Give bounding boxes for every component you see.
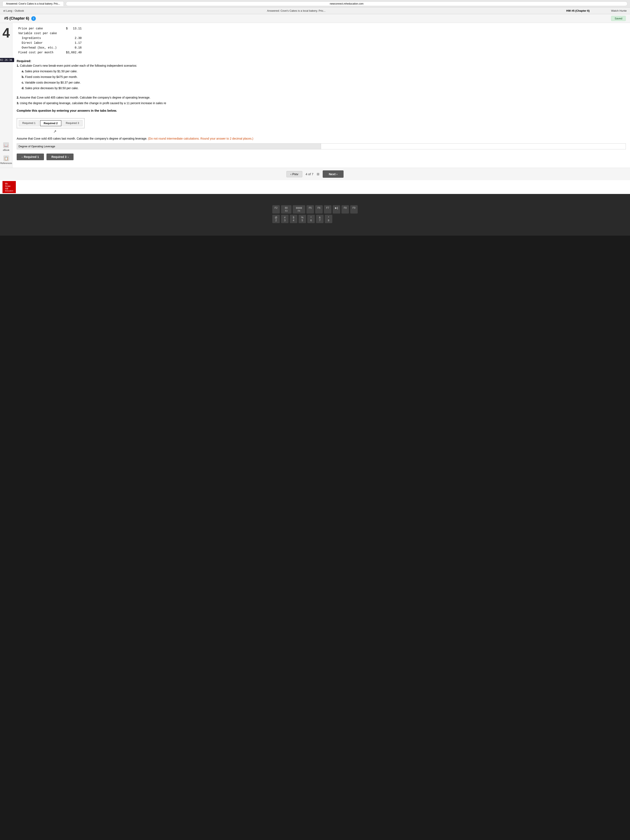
table-row: Ingredients 2.30 (17, 36, 83, 41)
required-item-2: 2. Assume that Cove sold 405 cakes last … (17, 95, 626, 100)
question-note: (Do not round intermediate calculations.… (148, 137, 253, 140)
next-label: Next (329, 172, 336, 176)
tab-required-3[interactable]: Required 3 (62, 120, 83, 126)
key-f3[interactable]: 80F3 (281, 205, 292, 213)
degree-of-operating-leverage-input[interactable] (323, 144, 624, 148)
references-icon: 📋 (3, 155, 9, 161)
nav-left: el Lang - Outlook (0, 8, 38, 13)
input-label: Degree of Operating Leverage (17, 144, 321, 149)
complete-instruction: Complete this question by entering your … (17, 109, 626, 112)
ebook-label: eBook (3, 149, 9, 151)
key-8[interactable]: *8 (325, 215, 332, 223)
info-icon[interactable]: i (31, 16, 36, 21)
required-item-1: 1. Calculate Cove's new break-even point… (17, 63, 626, 68)
sidebar-item-ebook[interactable]: 📖 eBook (3, 142, 9, 151)
browser-url: newconnect.mheducation.com (66, 2, 628, 6)
page-title: #5 (Chapter 6) (4, 16, 29, 21)
required-heading: Required: (17, 59, 626, 63)
browser-bar: Answered: Cove's Cakes is a local bakery… (0, 0, 630, 8)
key-7[interactable]: &7 (316, 215, 324, 223)
tabs-container: Required 1 Required 2 Required 3 (17, 118, 85, 128)
timer: 02:26:36 (0, 58, 14, 62)
prev-button-label: Required 1 (24, 155, 39, 158)
table-row: Overhead (box, etc.) 0.16 (17, 46, 83, 50)
browser-tab[interactable]: Answered: Cove's Cakes is a local bakery… (3, 1, 64, 6)
key-f7[interactable]: F7 (324, 205, 332, 213)
key-5[interactable]: %5 (298, 215, 306, 223)
input-row: Degree of Operating Leverage (17, 144, 626, 149)
prev-required-button[interactable]: ‹ Required 1 (17, 153, 44, 160)
next-arrow-icon: › (68, 155, 68, 158)
total-pages: 7 (312, 172, 313, 176)
pagination: ‹ Prev 4 of 7 ⊞ Next › (0, 168, 630, 180)
table-row: Fixed cost per month $3,602.40 (17, 50, 83, 55)
key-4[interactable]: $4 (290, 215, 297, 223)
page-header: #5 (Chapter 6) i Saved (0, 14, 630, 23)
table-row: Variable cost per cake (17, 31, 83, 36)
top-nav: el Lang - Outlook Answered: Cove's Cakes… (0, 8, 630, 14)
cursor-indicator: ↗ (53, 129, 626, 134)
next-chevron-icon: › (336, 172, 338, 176)
key-f9[interactable]: F9 (350, 205, 358, 213)
table-row: Direct labor 1.17 (17, 41, 83, 46)
key-3[interactable]: #3 (281, 215, 289, 223)
ebook-icon: 📖 (3, 142, 9, 148)
prev-label: Prev (292, 172, 298, 176)
page-info: 4 of 7 (306, 172, 314, 176)
key-2[interactable]: @2 (272, 215, 280, 223)
prev-arrow-icon: ‹ (22, 155, 22, 158)
key-f8[interactable]: F8 (341, 205, 349, 213)
required-item-1d: d. Sales price decreases by $0.50 per ca… (17, 86, 626, 90)
prev-button[interactable]: ‹ Prev (286, 171, 302, 177)
prev-chevron-icon: ‹ (291, 172, 292, 176)
tab-required-2[interactable]: Required 2 (40, 120, 62, 126)
next-button[interactable]: Next › (323, 171, 344, 178)
main-content: Price per cake $ 13.11 Variable cost per… (13, 23, 630, 168)
left-sidebar: 4 02:26:36 📖 eBook 📋 References (0, 23, 13, 168)
nav-hw-title: HW #5 (Chapter 6) (555, 9, 601, 12)
keyboard-row-fn: F2 80F3 ⊞⊞⊞F4 F5 F6 F7 ▶‖ F8 F9 (272, 205, 358, 213)
table-row: Price per cake $ 13.11 (17, 26, 83, 31)
key-f6[interactable]: F6 (315, 205, 323, 213)
input-cell[interactable] (321, 144, 626, 149)
required-item-1a: a. Sales price increases by $1.50 per ca… (17, 69, 626, 74)
key-f4[interactable]: ⊞⊞⊞F4 (293, 205, 305, 213)
input-table: Degree of Operating Leverage (17, 143, 626, 149)
key-f2[interactable]: F2 (272, 205, 280, 213)
tab-question: Assume that Cove sold 405 cakes last mon… (17, 136, 626, 141)
required-item-1c: c. Variable costs decrease by $0.37 per … (17, 81, 626, 85)
required-item-3: 3. Using the degree of operating leverag… (17, 101, 626, 106)
of-label: of (308, 172, 312, 176)
keyboard-area: F2 80F3 ⊞⊞⊞F4 F5 F6 F7 ▶‖ F8 F9 @2 #3 $4… (0, 194, 630, 235)
required-item-1b: b. Fixed costs increase by $475 per mont… (17, 75, 626, 79)
mcgraw-hill-logo: Mc Graw Hill Education (3, 181, 16, 193)
references-label: References (0, 162, 12, 164)
required-section: Required: 1. Calculate Cove's new break-… (17, 59, 626, 106)
tab-required-1[interactable]: Required 1 (19, 120, 39, 126)
sidebar-item-references[interactable]: 📋 References (0, 155, 12, 164)
next-button-label: Required 3 (52, 155, 66, 158)
keyboard-row-num: @2 #3 $4 %5 ^6 &7 *8 (272, 215, 358, 223)
data-table: Price per cake $ 13.11 Variable cost per… (17, 26, 626, 55)
grid-icon[interactable]: ⊞ (317, 172, 319, 176)
key-f5[interactable]: F5 (306, 205, 314, 213)
saved-badge: Saved (611, 16, 626, 21)
current-page: 4 (306, 172, 307, 176)
keyboard: F2 80F3 ⊞⊞⊞F4 F5 F6 F7 ▶‖ F8 F9 @2 #3 $4… (272, 205, 358, 224)
main-layout: 4 02:26:36 📖 eBook 📋 References Price pe… (0, 23, 630, 168)
nav-center: Answered: Cove's Cakes is a local bakery… (38, 9, 555, 12)
key-6[interactable]: ^6 (307, 215, 315, 223)
key-play[interactable]: ▶‖ (333, 205, 340, 213)
nav-buttons: ‹ Required 1 Required 3 › (17, 153, 626, 160)
next-required-button[interactable]: Required 3 › (46, 153, 74, 160)
problem-number: 4 (3, 26, 10, 39)
nav-right: Watch Hunte (601, 8, 630, 13)
